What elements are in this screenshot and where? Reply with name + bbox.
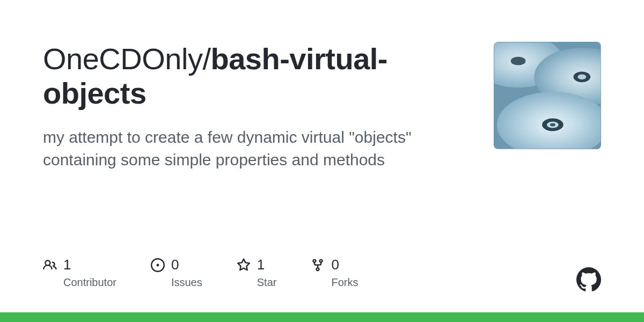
issues-icon [151, 258, 165, 272]
stat-stars: 1 Star [237, 257, 277, 289]
repo-title: OneCDOnly/bash-virtual-objects [43, 42, 451, 111]
stat-issues: 0 Issues [151, 257, 202, 289]
accent-bar [0, 312, 644, 322]
contributors-icon [43, 258, 57, 272]
repo-stats: 1 Contributor 0 Issues 1 Star 0 Forks [43, 257, 358, 289]
owner-name: OneCDOnly [43, 42, 202, 76]
repo-avatar [494, 42, 601, 149]
stat-contributors: 1 Contributor [43, 257, 116, 289]
svg-point-2 [511, 57, 526, 65]
svg-point-5 [577, 74, 586, 79]
title-separator: / [202, 42, 210, 76]
star-icon [237, 258, 251, 272]
stars-label: Star [237, 276, 277, 289]
issues-label: Issues [151, 276, 202, 289]
contributors-label: Contributor [43, 276, 116, 289]
fork-icon [311, 258, 325, 272]
issues-count: 0 [171, 257, 179, 273]
forks-label: Forks [311, 276, 358, 289]
svg-point-9 [550, 123, 555, 126]
github-logo-icon [576, 267, 601, 292]
forks-count: 0 [331, 257, 339, 273]
stat-forks: 0 Forks [311, 257, 358, 289]
repo-description: my attempt to create a few dynamic virtu… [43, 126, 467, 171]
cd-disc-icon [494, 42, 601, 149]
stars-count: 1 [257, 257, 265, 273]
contributors-count: 1 [63, 257, 71, 273]
